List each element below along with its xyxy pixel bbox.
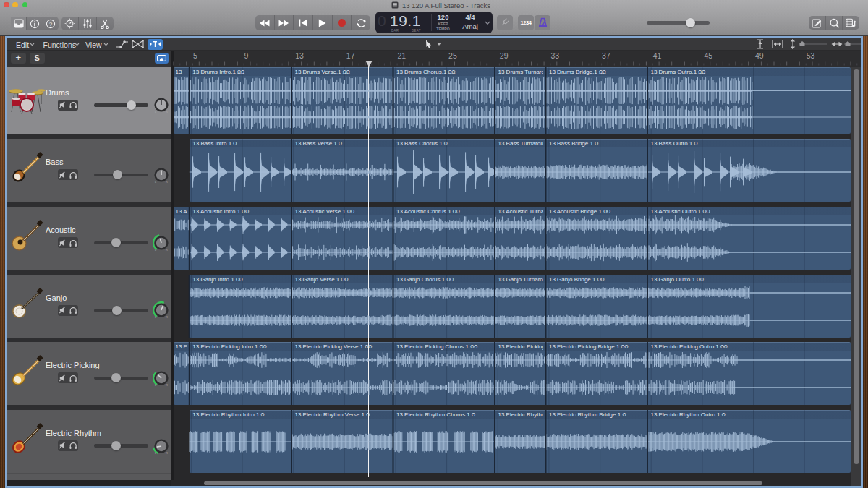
svg-text:R: R	[166, 451, 168, 455]
svg-text:R: R	[166, 110, 168, 114]
svg-text:R: R	[166, 383, 168, 387]
svg-text:R: R	[166, 248, 168, 252]
svg-text:R: R	[166, 315, 168, 319]
svg-text:R: R	[166, 180, 168, 184]
svg-text:L: L	[155, 180, 157, 184]
svg-text:L: L	[155, 110, 157, 114]
